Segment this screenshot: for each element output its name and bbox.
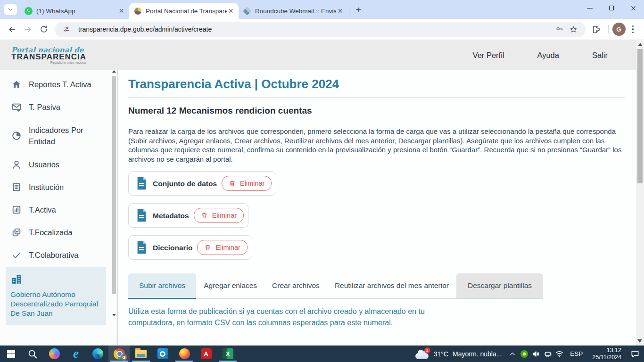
- delete-file-button[interactable]: Eliminar: [194, 208, 244, 223]
- scroll-up-icon[interactable]: [638, 43, 643, 46]
- address-bar[interactable]: transparencia.dpe.gob.ec/admin/active/cr…: [55, 22, 586, 37]
- excel-button[interactable]: X: [217, 346, 239, 362]
- forward-button[interactable]: [20, 21, 36, 37]
- delete-label: Eliminar: [215, 244, 240, 251]
- file-explorer-button[interactable]: [130, 346, 152, 362]
- chrome-button[interactable]: G: [108, 346, 130, 362]
- tab-separator: [349, 7, 349, 15]
- chevron-up-icon: [509, 351, 516, 357]
- tab-close-icon[interactable]: ✕: [227, 7, 235, 15]
- edge-button[interactable]: [87, 346, 108, 362]
- firefox-button[interactable]: [173, 346, 195, 362]
- tab-crear-archivos[interactable]: Crear archivos: [264, 273, 327, 298]
- firefox-icon: [179, 348, 190, 359]
- site-logo: Portal nacional de TRANSPARENCIA Reposit…: [11, 47, 86, 64]
- logo-main-line: TRANSPARENCIA: [11, 53, 86, 61]
- extensions-button[interactable]: [588, 21, 604, 37]
- tab-reutilizar-archivos[interactable]: Reutilizar archivos del mes anterior: [327, 273, 456, 298]
- url-text[interactable]: transparencia.dpe.gob.ec/admin/active/cr…: [78, 25, 553, 33]
- internet-explorer-button[interactable]: e: [65, 346, 87, 362]
- wifi-icon: [555, 349, 564, 358]
- document-icon: [135, 176, 148, 190]
- restore-button[interactable]: [601, 0, 622, 16]
- outlook-icon: [157, 348, 168, 359]
- chevron-down-icon: [8, 7, 13, 12]
- language-indicator[interactable]: ESP: [565, 350, 587, 357]
- volume-button[interactable]: [530, 346, 542, 362]
- user-icon: [11, 159, 22, 170]
- site-nav: Ver Perfil Ayuda Salir: [473, 51, 608, 60]
- sidebar-item-t-activa[interactable]: T.Activa: [0, 198, 117, 221]
- tab-close-icon[interactable]: ✕: [117, 7, 125, 15]
- tab-close-icon[interactable]: ✕: [336, 7, 344, 15]
- document-icon: [135, 208, 148, 222]
- scrollbar-thumb[interactable]: [112, 76, 116, 294]
- password-manager-button[interactable]: [553, 22, 567, 36]
- organization-icon: [10, 273, 23, 285]
- nav-salir[interactable]: Salir: [592, 51, 608, 60]
- copilot-button[interactable]: [43, 346, 65, 362]
- tab-agregar-enlaces[interactable]: Agregar enlaces: [196, 273, 264, 298]
- trash-icon: [204, 244, 211, 251]
- new-tab-button[interactable]: +: [352, 4, 364, 16]
- window-controls: [579, 0, 644, 16]
- close-icon: [630, 5, 636, 11]
- sidebar-item-reportes[interactable]: Reportes T. Activa: [0, 73, 117, 96]
- scroll-down-icon[interactable]: [112, 314, 116, 316]
- outlook-button[interactable]: [152, 346, 173, 362]
- tray-expand-button[interactable]: [506, 346, 518, 362]
- bookmark-button[interactable]: [567, 22, 581, 36]
- chrome-profile-badge: G: [121, 354, 127, 361]
- tab-search-button[interactable]: [4, 4, 17, 15]
- minimize-button[interactable]: [579, 0, 601, 16]
- taskbar-clock[interactable]: 13:12 25/11/2024: [587, 347, 626, 361]
- back-button[interactable]: [4, 21, 20, 37]
- delete-file-button[interactable]: Eliminar: [222, 176, 272, 191]
- start-button[interactable]: [0, 346, 22, 362]
- delete-label: Eliminar: [212, 212, 237, 219]
- sidebar-item-indicadores[interactable]: Indicadores Por Entidad: [0, 118, 117, 153]
- action-center-button[interactable]: [626, 346, 644, 362]
- scroll-up-icon[interactable]: [112, 70, 116, 73]
- windows-icon: [7, 350, 15, 358]
- reload-button[interactable]: [36, 21, 52, 37]
- browser-tab-roundcube[interactable]: Roundcube Webmail :: Enviados ✕: [239, 3, 348, 19]
- home-icon: [11, 79, 22, 90]
- taskbar-search-button[interactable]: [22, 346, 43, 362]
- cast-button[interactable]: [542, 346, 553, 362]
- sidebar-item-t-focalizada[interactable]: T.Focalizada: [0, 221, 117, 244]
- page-scrollbar[interactable]: [636, 40, 644, 346]
- restore-icon: [609, 6, 614, 10]
- nav-ver-perfil[interactable]: Ver Perfil: [473, 51, 504, 60]
- sidebar-item-label: Usuarios: [29, 160, 59, 169]
- forward-icon: [24, 25, 33, 34]
- browser-tab-whatsapp[interactable]: (1) WhatsApp ✕: [20, 3, 129, 19]
- close-button[interactable]: [622, 0, 644, 16]
- scroll-down-icon[interactable]: [637, 339, 642, 343]
- browser-menu-button[interactable]: [626, 23, 641, 36]
- weather-widget[interactable]: 1 31°C Mayorm. nubla...: [411, 348, 507, 360]
- sidebar-item-usuarios[interactable]: Usuarios: [0, 153, 117, 176]
- acrobat-button[interactable]: A: [195, 346, 217, 362]
- notification-badge: 1: [424, 347, 430, 354]
- scrollbar-thumb[interactable]: [637, 49, 643, 183]
- sidebar-item-t-colaborativa[interactable]: T.Colaborativa: [0, 244, 117, 266]
- tab-descargar-plantillas[interactable]: Descargar plantillas: [456, 273, 543, 298]
- copilot-icon: [49, 348, 60, 359]
- site-info-button[interactable]: [59, 22, 74, 36]
- antivirus-tray-button[interactable]: [518, 346, 530, 362]
- tab-subir-archivos[interactable]: Subir archivos: [128, 273, 196, 299]
- weather-condition: Mayorm. nubla...: [453, 350, 502, 358]
- sidebar-item-t-pasiva[interactable]: T. Pasiva: [0, 96, 117, 118]
- wifi-button[interactable]: [553, 346, 565, 362]
- sidebar-scrollbar[interactable]: [112, 70, 116, 316]
- browser-tab-portal[interactable]: Portal Nacional de Transparenci ✕: [129, 3, 239, 19]
- profile-avatar[interactable]: G: [612, 23, 626, 36]
- upload-tabs: Subir archivos Agregar enlaces Crear arc…: [128, 273, 543, 299]
- sidebar-entity-selected[interactable]: Gobierno Autónomo Descentralizado Parroq…: [6, 267, 106, 325]
- title-divider: [128, 97, 625, 98]
- sidebar-item-institucion[interactable]: Institución: [0, 176, 117, 198]
- delete-file-button[interactable]: Eliminar: [197, 240, 247, 255]
- speaker-icon: [532, 350, 540, 358]
- nav-ayuda[interactable]: Ayuda: [537, 51, 559, 60]
